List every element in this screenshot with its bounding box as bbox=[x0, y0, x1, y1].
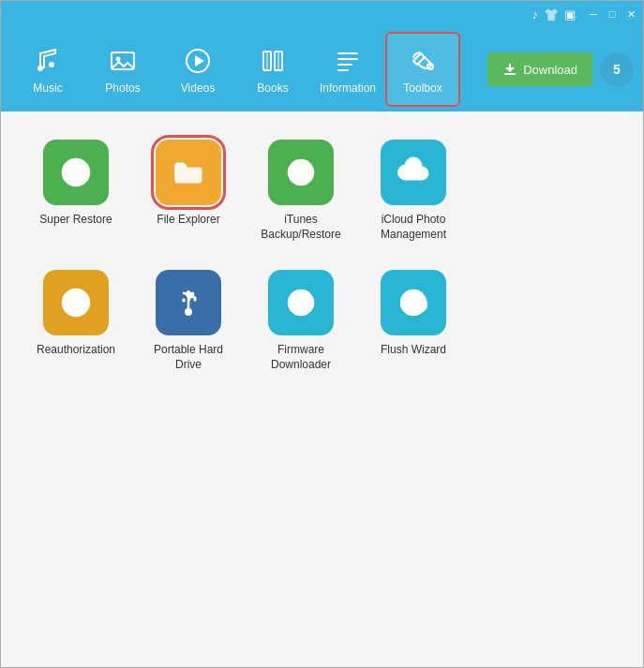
close-button[interactable]: ✕ bbox=[622, 6, 639, 22]
refresh-circle-icon bbox=[395, 284, 432, 321]
icloud-photo-label: iCloud Photo Management bbox=[367, 213, 460, 242]
svg-point-17 bbox=[186, 309, 191, 315]
reauthorization-label: Reauthorization bbox=[37, 343, 115, 358]
information-icon bbox=[331, 44, 365, 78]
svg-point-0 bbox=[37, 66, 43, 71]
flush-wizard-icon-wrap bbox=[381, 270, 446, 335]
minimize-button[interactable]: ─ bbox=[585, 6, 602, 22]
title-bar: ♪ 👕 ▣ ─ □ ✕ bbox=[1, 1, 643, 27]
nav-label-toolbox: Toolbox bbox=[403, 82, 442, 95]
music-icon bbox=[31, 44, 65, 78]
itunes-backup-icon-wrap bbox=[268, 140, 334, 205]
firmware-downloader-label: Firmware Downloader bbox=[254, 343, 348, 372]
icloud-photo-icon-wrap bbox=[381, 140, 446, 205]
gear-circle-icon bbox=[282, 284, 320, 321]
tool-reauthorization[interactable]: Reauthorization bbox=[29, 270, 123, 372]
tool-icloud-photo[interactable]: iCloud Photo Management bbox=[367, 140, 460, 242]
reauthorization-icon-wrap bbox=[43, 270, 109, 335]
tool-firmware-downloader[interactable]: Firmware Downloader bbox=[254, 270, 348, 372]
tool-itunes-backup[interactable]: iTunes Backup/Restore bbox=[254, 140, 348, 242]
svg-rect-10 bbox=[504, 73, 516, 75]
nav-bar: Music Photos Videos bbox=[1, 27, 643, 111]
nav-label-videos: Videos bbox=[181, 82, 215, 95]
nav-item-books[interactable]: Books bbox=[235, 32, 310, 107]
star-circle-icon bbox=[57, 284, 95, 321]
file-explorer-label: File Explorer bbox=[157, 213, 219, 228]
photos-icon bbox=[106, 44, 140, 78]
title-bar-music-icon: ♪ bbox=[532, 7, 539, 22]
toolbox-icon bbox=[406, 44, 440, 78]
nav-label-photos: Photos bbox=[105, 82, 140, 95]
title-bar-shirt-icon: 👕 bbox=[544, 7, 559, 22]
plus-circle-icon bbox=[57, 154, 95, 191]
portable-hard-drive-label: Portable Hard Drive bbox=[142, 343, 235, 372]
svg-point-3 bbox=[116, 57, 121, 62]
nav-item-music[interactable]: Music bbox=[10, 32, 85, 107]
flush-wizard-label: Flush Wizard bbox=[381, 343, 446, 358]
user-avatar[interactable]: 5 bbox=[600, 52, 634, 86]
itunes-backup-label: iTunes Backup/Restore bbox=[254, 213, 348, 242]
nav-label-books: Books bbox=[257, 82, 288, 95]
portable-hard-drive-icon-wrap bbox=[156, 270, 221, 335]
nav-item-videos[interactable]: Videos bbox=[160, 32, 235, 107]
svg-point-1 bbox=[49, 62, 54, 67]
svg-point-18 bbox=[187, 291, 190, 295]
svg-point-20 bbox=[297, 299, 305, 306]
maximize-button[interactable]: □ bbox=[604, 6, 621, 22]
window-controls: ─ □ ✕ bbox=[585, 6, 639, 22]
nav-item-toolbox[interactable]: Toolbox bbox=[385, 32, 460, 107]
svg-point-15 bbox=[295, 167, 307, 178]
app-window: ♪ 👕 ▣ ─ □ ✕ Music bbox=[0, 0, 644, 668]
tool-file-explorer[interactable]: File Explorer bbox=[142, 140, 235, 242]
title-bar-grid-icon: ▣ bbox=[564, 7, 576, 22]
file-explorer-icon-wrap bbox=[156, 140, 221, 205]
user-initial: 5 bbox=[613, 62, 621, 77]
tool-flush-wizard[interactable]: Flush Wizard bbox=[367, 270, 460, 372]
nav-label-information: Information bbox=[320, 82, 376, 95]
download-button[interactable]: Download bbox=[487, 52, 592, 86]
nav-item-photos[interactable]: Photos bbox=[85, 32, 160, 107]
videos-icon bbox=[181, 44, 215, 78]
tool-grid: Super Restore File Explorer bbox=[29, 140, 624, 372]
super-restore-icon-wrap bbox=[43, 140, 109, 205]
books-icon bbox=[256, 44, 290, 78]
tool-portable-hard-drive[interactable]: Portable Hard Drive bbox=[142, 270, 235, 372]
download-label: Download bbox=[523, 63, 577, 77]
itunes-icon bbox=[282, 154, 320, 191]
folder-icon bbox=[170, 154, 207, 191]
firmware-downloader-icon-wrap bbox=[268, 270, 334, 335]
main-content: Super Restore File Explorer bbox=[1, 111, 643, 667]
nav-item-information[interactable]: Information bbox=[310, 32, 385, 107]
cloud-icon bbox=[395, 154, 432, 191]
super-restore-label: Super Restore bbox=[39, 213, 112, 228]
nav-label-music: Music bbox=[33, 82, 62, 95]
usb-icon bbox=[170, 284, 207, 321]
download-icon bbox=[502, 62, 517, 77]
tool-super-restore[interactable]: Super Restore bbox=[29, 140, 123, 242]
